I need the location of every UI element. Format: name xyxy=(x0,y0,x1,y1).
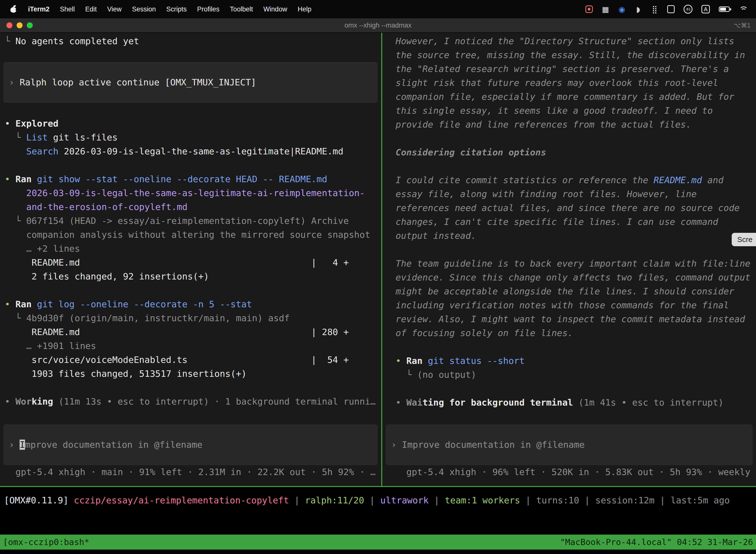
text-span: git ls-files xyxy=(48,132,118,143)
menu-session[interactable]: Session xyxy=(127,5,161,13)
text-span: ultrawork xyxy=(380,495,429,505)
text-span xyxy=(32,174,37,184)
menu-shell[interactable]: Shell xyxy=(55,5,80,13)
text-span: No agents completed yet xyxy=(15,36,139,46)
input-source-icon[interactable]: A xyxy=(701,5,710,13)
blue-app-icon[interactable]: ◉ xyxy=(618,5,626,14)
grid-app-icon[interactable]: ▦ xyxy=(602,5,609,14)
text-span: gpt-5.4 xhigh · 96% left · 520K in · 5.8… xyxy=(396,467,756,477)
screen-share-button[interactable]: Scre xyxy=(732,233,756,246)
menu-edit[interactable]: Edit xyxy=(80,5,102,13)
text-span: 2026-03-09-is-legal-the-same-as-legitima… xyxy=(59,146,343,156)
prompt-input[interactable]: › Improve documentation in @filename xyxy=(386,425,753,465)
text-span: team:1 workers xyxy=(445,495,520,505)
menu-view[interactable]: View xyxy=(102,5,127,13)
blank-line xyxy=(0,158,381,172)
terminal-line: I could cite commit statistics or refere… xyxy=(382,173,756,187)
text-span: README.md | 4 + xyxy=(5,258,349,268)
terminal-line: of focusing solely on file lines. xyxy=(382,326,756,340)
terminal-line: However, I noticed the "Directory Struct… xyxy=(382,34,756,48)
text-span: | xyxy=(364,495,380,505)
terminal-line: review. Also, I might want to inspect th… xyxy=(382,312,756,326)
screen-recording-icon[interactable] xyxy=(585,5,593,13)
text-span: | xyxy=(654,495,671,505)
agents-status-line: └ No agents completed yet xyxy=(0,34,381,48)
text-span: and-the-erosion-of-copyleft.md xyxy=(26,202,188,212)
terminal-line: the source tree, missing the essay. Stil… xyxy=(382,48,756,62)
text-span xyxy=(5,146,26,156)
terminal-line: evidence. Since this change only affects… xyxy=(382,271,756,284)
app-launcher-icon[interactable]: ⣿ xyxy=(651,5,658,14)
text-span: gpt-5.4 xhigh · main · 91% left · 2.31M … xyxy=(5,467,376,477)
text-span: I could cite commit statistics or refere… xyxy=(396,175,653,185)
terminal-area: └ No agents completed yet› Ralph loop ac… xyxy=(0,33,756,486)
gauge-61-icon[interactable]: .61 xyxy=(684,5,693,14)
right-pane-content: However, I noticed the "Directory Struct… xyxy=(382,34,756,409)
blank-line xyxy=(0,283,381,297)
tmux-session-info: [omx-cczip0:bash* xyxy=(3,537,89,547)
text-span: Ran xyxy=(406,356,422,366)
minimize-button[interactable] xyxy=(17,22,22,28)
text-span: 1903 files changed, 513517 insertions(+) xyxy=(5,369,247,379)
session-status-line: gpt-5.4 xhigh · main · 91% left · 2.31M … xyxy=(0,465,381,479)
pane-border-bottom xyxy=(0,486,756,487)
menu-window[interactable]: Window xyxy=(258,5,293,13)
text-span: … +1901 lines xyxy=(5,341,96,351)
text-span: Ran xyxy=(15,174,32,184)
terminal-line: and-the-erosion-of-copyleft.md xyxy=(0,200,381,214)
zoom-button[interactable] xyxy=(27,22,33,28)
terminal-line: this single essay, it seems like a good … xyxy=(382,104,756,118)
text-span: └ (no output) xyxy=(396,370,476,380)
close-button[interactable] xyxy=(6,22,12,28)
text-span: git log --oneline --decorate -n 5 --stat xyxy=(37,299,252,309)
text-span: ralph:11/20 xyxy=(305,495,364,505)
window-title: omx --xhigh --madmax xyxy=(344,21,412,29)
battery-icon[interactable] xyxy=(719,6,730,12)
terminal-line: 1903 files changed, 513517 insertions(+) xyxy=(0,367,381,381)
text-span: › xyxy=(9,77,19,88)
text-span: of focusing solely on file lines. xyxy=(396,328,573,338)
apple-menu[interactable] xyxy=(4,5,23,13)
text-span: • xyxy=(5,299,15,309)
explored-header: • Explored xyxy=(0,117,381,130)
wifi-icon[interactable] xyxy=(739,6,748,13)
text-span: I xyxy=(19,440,25,450)
text-span: cczip/essay/ai-reimplementation-copyleft xyxy=(74,495,289,505)
text-span: Explored xyxy=(15,118,58,128)
prompt-input[interactable]: › Improve documentation in @filename xyxy=(3,425,378,465)
menu-iterm2[interactable]: iTerm2 xyxy=(23,5,55,13)
text-span: | xyxy=(289,495,305,505)
terminal-line: changes, I can't cite specific file line… xyxy=(382,215,756,229)
text-span: provide file and line references from th… xyxy=(396,119,691,129)
text-span: List xyxy=(26,132,48,143)
window-title-bar[interactable]: omx --xhigh --madmax ⌥⌘1 xyxy=(0,18,756,33)
apple-logo-icon xyxy=(10,5,17,13)
phone-mirroring-icon[interactable] xyxy=(667,5,675,13)
left-pane-bottom: › Improve documentation in @filename gpt… xyxy=(0,425,381,479)
dark-app-icon[interactable]: ◗ xyxy=(634,5,642,14)
right-terminal-pane[interactable]: However, I noticed the "Directory Struct… xyxy=(382,33,756,486)
text-span: └ xyxy=(5,36,15,46)
text-span: (11m 13s • esc to interrupt) · 1 backgro… xyxy=(53,396,376,406)
menu-toolbelt[interactable]: Toolbelt xyxy=(225,5,258,13)
blank-line xyxy=(382,243,756,257)
text-span: mprove documentation in @filename xyxy=(25,440,202,450)
text-span: › xyxy=(391,440,402,450)
text-span: including verification notes with those … xyxy=(396,300,729,310)
text-span: git show --stat --oneline --decorate HEA… xyxy=(37,174,327,184)
text-span: (1m 41s • esc to interrupt) xyxy=(573,397,723,407)
text-span: the source tree, missing the essay. Stil… xyxy=(396,50,745,60)
text-span: turns:10 xyxy=(536,495,579,505)
text-span: this single essay, it seems like a good … xyxy=(396,106,713,116)
text-span: • xyxy=(396,356,406,366)
terminal-line: … +2 lines xyxy=(0,242,381,256)
text-span: and xyxy=(702,175,723,185)
text-span: [OMX#0.11.9] xyxy=(4,495,74,505)
menu-help[interactable]: Help xyxy=(293,5,317,13)
ran-git-show-header: • Ran git show --stat --oneline --decora… xyxy=(0,172,381,186)
left-terminal-pane[interactable]: └ No agents completed yet› Ralph loop ac… xyxy=(0,33,381,486)
menu-profiles[interactable]: Profiles xyxy=(192,5,225,13)
text-span: session:12m xyxy=(595,495,654,505)
menu-scripts[interactable]: Scripts xyxy=(161,5,192,13)
text-span: The team guideline is to back every impo… xyxy=(396,258,750,269)
